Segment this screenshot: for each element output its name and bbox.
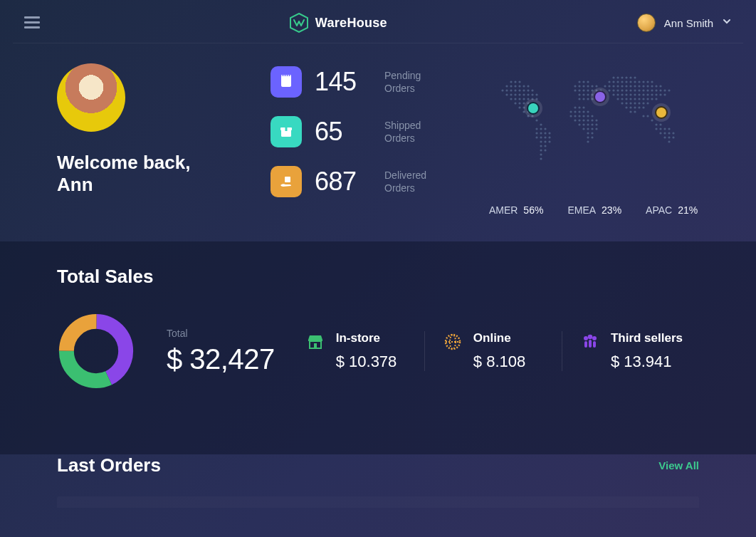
svg-rect-240	[314, 343, 317, 348]
svg-point-59	[535, 132, 537, 134]
region-emea: EMEA23%	[567, 204, 621, 216]
svg-rect-2	[24, 26, 40, 28]
svg-point-190	[646, 93, 649, 95]
svg-point-109	[587, 110, 589, 113]
svg-point-146	[625, 80, 627, 83]
svg-point-103	[578, 106, 580, 108]
svg-point-196	[621, 98, 623, 100]
svg-point-111	[574, 115, 576, 117]
svg-point-11	[514, 80, 516, 83]
svg-point-187	[634, 93, 636, 95]
svg-point-212	[625, 106, 627, 108]
svg-point-58	[544, 127, 546, 130]
svg-point-74	[540, 153, 542, 155]
svg-point-156	[616, 85, 619, 87]
svg-point-19	[501, 89, 503, 91]
view-all-link[interactable]: View All	[658, 459, 699, 471]
brand: WareHouse	[40, 13, 637, 33]
map-pin-emea	[594, 90, 607, 103]
svg-point-117	[578, 119, 580, 121]
svg-point-135	[587, 140, 589, 142]
svg-point-81	[582, 85, 584, 87]
svg-point-23	[518, 89, 520, 91]
svg-point-17	[523, 85, 525, 87]
svg-point-227	[668, 127, 670, 130]
stat-pending: 145 PendingOrders	[271, 66, 426, 98]
svg-point-175	[642, 89, 644, 91]
svg-point-21	[510, 89, 512, 91]
svg-point-113	[582, 115, 584, 117]
box-icon	[271, 116, 302, 147]
avatar	[637, 14, 656, 32]
svg-point-168	[612, 89, 614, 91]
svg-point-60	[540, 132, 542, 134]
svg-point-32	[527, 93, 529, 95]
svg-point-79	[574, 85, 576, 87]
svg-point-151	[646, 80, 649, 83]
svg-point-138	[621, 76, 623, 78]
svg-point-228	[659, 132, 661, 134]
welcome-name: Ann	[57, 174, 242, 196]
svg-point-105	[569, 110, 572, 113]
svg-point-110	[569, 115, 572, 117]
svg-point-173	[634, 89, 636, 91]
svg-point-171	[625, 89, 627, 91]
svg-point-162	[642, 85, 644, 87]
svg-point-43	[518, 102, 520, 104]
svg-point-194	[663, 93, 666, 95]
svg-point-204	[655, 98, 657, 100]
svg-point-159	[629, 85, 631, 87]
svg-point-18	[527, 85, 529, 87]
svg-point-128	[587, 127, 589, 130]
user-menu[interactable]: Ann Smith	[637, 14, 732, 32]
svg-point-149	[638, 80, 640, 83]
svg-point-140	[629, 76, 631, 78]
svg-point-12	[518, 80, 520, 83]
svg-point-108	[582, 110, 584, 113]
svg-point-29	[514, 93, 516, 95]
svg-point-244	[584, 336, 588, 340]
people-icon	[581, 333, 599, 351]
channel-instore: In-store $ 10.378	[306, 331, 424, 371]
svg-point-66	[548, 136, 550, 138]
svg-point-106	[574, 110, 576, 113]
svg-point-65	[544, 136, 546, 138]
svg-point-47	[518, 106, 520, 108]
svg-point-134	[591, 136, 593, 138]
svg-point-41	[535, 98, 537, 100]
svg-point-189	[642, 93, 644, 95]
svg-point-77	[582, 80, 584, 83]
svg-point-209	[638, 102, 640, 104]
svg-point-56	[535, 127, 537, 130]
svg-point-203	[651, 98, 653, 100]
svg-point-160	[634, 85, 636, 87]
sales-donut	[57, 312, 135, 390]
svg-point-68	[544, 140, 546, 142]
svg-point-154	[608, 85, 610, 87]
svg-point-88	[587, 89, 589, 91]
svg-point-125	[591, 123, 593, 125]
svg-point-210	[642, 102, 644, 104]
channel-online: Online $ 8.108	[424, 331, 562, 371]
svg-point-10	[510, 80, 512, 83]
svg-point-100	[587, 98, 589, 100]
menu-toggle[interactable]	[24, 16, 40, 29]
svg-point-115	[591, 115, 593, 117]
stat-value: 145	[315, 67, 372, 97]
svg-point-99	[582, 98, 584, 100]
region-stats: AMER56% EMEA23% APAC21%	[489, 204, 698, 216]
svg-point-112	[578, 115, 580, 117]
svg-point-118	[582, 119, 584, 121]
svg-point-130	[595, 127, 597, 130]
svg-point-104	[582, 106, 584, 108]
svg-point-202	[646, 98, 649, 100]
svg-point-188	[638, 93, 640, 95]
brand-name: WareHouse	[315, 16, 387, 31]
svg-point-185	[625, 93, 627, 95]
svg-point-63	[535, 136, 537, 138]
svg-point-114	[587, 115, 589, 117]
globe-icon	[443, 333, 462, 351]
svg-point-221	[651, 119, 653, 121]
svg-point-226	[663, 127, 666, 130]
svg-point-72	[540, 149, 542, 151]
